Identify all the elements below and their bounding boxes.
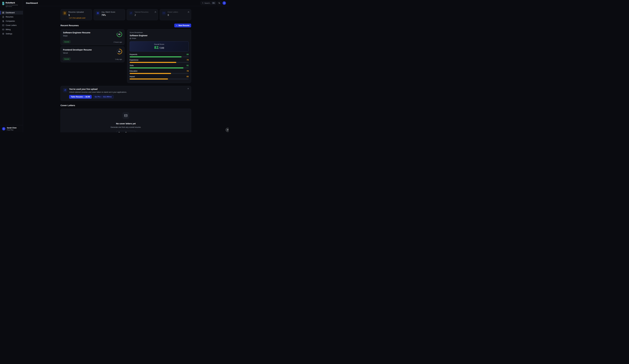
overall-score-label: Overall Score: [154, 43, 164, 45]
stat-value: 1: [68, 14, 84, 16]
user-icon: [3, 128, 5, 130]
brand-tagline: Every role deserves the right resume: [5, 4, 19, 7]
resume-card-frontend-developer[interactable]: Frontend Developer Resume Vercel Scored …: [60, 46, 125, 62]
user-plan: Free Plan: [7, 129, 17, 131]
theme-toggle-button[interactable]: [217, 1, 221, 5]
overall-score-max: /100: [158, 47, 164, 49]
stat-value: 74%: [102, 14, 115, 16]
sidebar: RoleMark Every role deserves the right r…: [0, 0, 23, 132]
overall-score-box: Overall Score 82 /100: [130, 41, 189, 52]
resume-card-software-engineer[interactable]: Software Engineer Resume Stripe Scored 2…: [60, 29, 125, 45]
user-icon: [223, 2, 225, 4]
browse-resumes-button[interactable]: Browse Resumes: [116, 131, 135, 132]
status-badge: Scored: [63, 40, 70, 43]
tailor-resume-button[interactable]: Tailor Resume — $4.99: [69, 95, 92, 99]
stat-value: 0: [167, 14, 178, 16]
target-icon: [96, 11, 100, 15]
empty-state-title: No cover letters yet: [116, 122, 136, 125]
score-ring: 82: [117, 31, 122, 37]
stat-card-avg-match-score: Avg. Match Score 74%: [94, 9, 125, 20]
stat-label: Tailored Resumes: [135, 11, 149, 13]
resume-title: Frontend Developer Resume: [63, 49, 122, 51]
sparkles-icon: [129, 11, 133, 15]
stat-value: 2: [135, 14, 149, 16]
score-bars: Keywords 88 Experience 79: [130, 53, 189, 80]
sidebar-item-resumes[interactable]: Resumes: [0, 15, 23, 19]
cover-letters-empty-state: No cover letters yet Generate one from a…: [60, 109, 191, 132]
status-badge: Scored: [63, 58, 70, 60]
gear-icon: [2, 33, 4, 35]
overall-score-value: 82: [154, 45, 158, 50]
sidebar-item-label: Resumes: [6, 16, 13, 18]
breakdown-label: Score Breakdown: [130, 32, 189, 33]
sidebar-item-billing[interactable]: Billing: [0, 28, 23, 31]
banner-title: You've used your free upload: [69, 88, 127, 90]
score-ring-value: 82: [117, 31, 122, 37]
search-icon: [202, 2, 203, 4]
score-ring: 61: [117, 49, 122, 54]
search-input[interactable]: [204, 2, 211, 4]
upsell-banner: You've used your free upload Unlock tail…: [60, 86, 191, 101]
score-bar-keywords: Keywords 88: [130, 53, 189, 57]
main-area: Dashboard ⌘K: [23, 0, 229, 132]
sidebar-item-label: Companies: [6, 20, 15, 22]
score-breakdown-panel: Score Breakdown Software Engineer @ Stri…: [127, 29, 191, 83]
empty-state-subtitle: Generate one from any scored resume.: [111, 126, 141, 128]
sidebar-item-settings[interactable]: Settings: [0, 32, 23, 36]
sparkles-icon: [63, 88, 67, 92]
search-shortcut-badge: ⌘K: [212, 2, 215, 4]
resume-list: Software Engineer Resume Stripe Scored 2…: [60, 29, 125, 62]
page-title: Dashboard: [26, 2, 38, 4]
profile-avatar-button[interactable]: [222, 1, 226, 5]
lock-icon: [155, 11, 156, 13]
sidebar-item-label: Dashboard: [6, 12, 14, 14]
score-ring-value: 61: [117, 49, 122, 54]
score-bar-skills: Skills 91: [130, 65, 189, 68]
dashboard-icon: [2, 12, 4, 14]
resume-timestamp: 1 day ago: [115, 58, 122, 60]
resume-title: Software Engineer Resume: [63, 31, 122, 34]
sidebar-item-cover-letters[interactable]: Cover Letters: [0, 23, 23, 27]
resume-timestamp: 2 hours ago: [114, 41, 122, 43]
new-resume-button[interactable]: New Resume: [174, 24, 191, 27]
score-bar-impact: Impact 65: [130, 76, 189, 80]
plus-icon: [176, 25, 177, 26]
building-icon: [2, 20, 4, 22]
sidebar-user[interactable]: Sarah Chen Free Plan: [0, 125, 23, 132]
resume-company: Vercel: [63, 52, 122, 54]
score-bar-education: Education 70: [130, 70, 189, 74]
mail-icon: [2, 24, 4, 26]
credit-card-icon: [2, 28, 4, 31]
sidebar-item-dashboard[interactable]: Dashboard: [0, 11, 23, 14]
go-pro-button[interactable]: Go Pro — $12.99/mo: [93, 95, 114, 99]
stat-card-cover-letters: Cover Letters 0: [160, 9, 191, 20]
moon-icon: [218, 2, 220, 4]
sidebar-item-label: Billing: [6, 28, 10, 31]
brand-name: RoleMark: [5, 1, 19, 4]
banner-close-button[interactable]: [187, 88, 189, 90]
avatar: [2, 127, 5, 130]
mail-icon: [162, 11, 166, 15]
breakdown-role: Software Engineer: [130, 34, 189, 37]
sidebar-item-companies[interactable]: Companies: [0, 19, 23, 23]
sidebar-item-label: Settings: [6, 33, 12, 35]
stat-label: Resumes Uploaded: [68, 11, 84, 13]
breakdown-company: @ Stripe: [130, 37, 189, 39]
sidebar-nav: Dashboard Resumes Companies Cover Letter…: [0, 11, 23, 36]
stat-label: Cover Letters: [167, 11, 178, 13]
search-box[interactable]: ⌘K: [201, 1, 216, 5]
stat-label: Avg. Match Score: [102, 11, 115, 13]
topbar: Dashboard ⌘K: [23, 0, 229, 6]
content-scroll[interactable]: Resumes Uploaded 1 1 of 1 free uploads u…: [23, 6, 229, 132]
brand: RoleMark Every role deserves the right r…: [0, 0, 23, 8]
close-icon: [187, 88, 189, 90]
stat-card-tailored-resumes: Tailored Resumes 2: [127, 9, 158, 20]
user-name: Sarah Chen: [7, 127, 17, 129]
banner-subtitle: Unlock tailored resumes and cover letter…: [69, 91, 127, 93]
mail-icon: [123, 112, 129, 119]
stats-row: Resumes Uploaded 1 1 of 1 free uploads u…: [60, 9, 191, 20]
file-icon: [63, 11, 67, 15]
app-window: RoleMark Every role deserves the right r…: [0, 0, 229, 132]
score-bar-experience: Experience 79: [130, 59, 189, 63]
stat-card-resumes-uploaded: Resumes Uploaded 1 1 of 1 free uploads u…: [60, 9, 92, 20]
